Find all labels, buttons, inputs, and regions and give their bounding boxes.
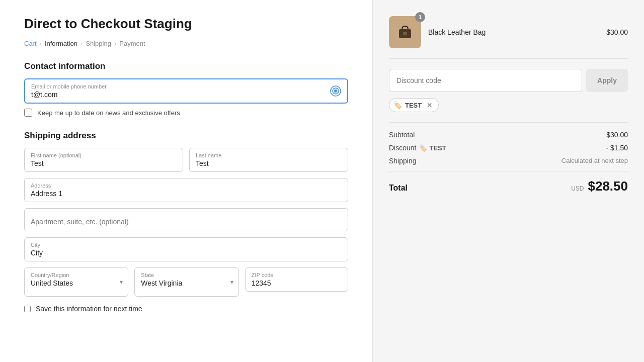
last-name-input[interactable] xyxy=(190,158,348,171)
discount-tag-label: TEST xyxy=(405,102,422,109)
country-label: Country/Region xyxy=(25,268,128,278)
save-info-checkbox[interactable] xyxy=(24,306,31,312)
subtotal-line: Subtotal $30.00 xyxy=(389,131,628,139)
first-name-wrapper: First name (optional) xyxy=(24,148,183,172)
city-wrapper-outer: City xyxy=(24,237,348,261)
city-label: City xyxy=(25,238,348,248)
discount-tag: 🏷️ TEST ✕ xyxy=(389,98,439,112)
state-label: State xyxy=(135,268,238,278)
breadcrumb-payment: Payment xyxy=(119,40,145,47)
save-info-label[interactable]: Save this information for next time xyxy=(36,305,142,313)
product-name: Black Leather Bag xyxy=(428,28,599,36)
breadcrumb-information: Information xyxy=(45,40,77,47)
discount-tag-close[interactable]: ✕ xyxy=(427,102,432,109)
first-name-input[interactable] xyxy=(25,158,183,171)
email-label: Email or mobile phone number xyxy=(25,79,347,89)
discount-tag-row: 🏷️ TEST ✕ xyxy=(389,98,628,112)
contact-section-title: Contact information xyxy=(24,61,348,71)
product-row: 1 Black Leather Bag $30.00 xyxy=(389,16,628,59)
discount-input-wrapper xyxy=(389,69,582,92)
svg-rect-5 xyxy=(403,32,407,35)
breadcrumb-sep-1: › xyxy=(40,40,42,47)
page-title: Direct to Checkout Staging xyxy=(24,16,348,32)
breadcrumb-sep-3: › xyxy=(114,40,116,47)
breadcrumb-cart[interactable]: Cart xyxy=(24,40,37,47)
product-image xyxy=(389,16,421,48)
address-input[interactable] xyxy=(25,189,348,202)
last-name-wrapper: Last name xyxy=(189,148,348,172)
newsletter-checkbox[interactable] xyxy=(24,109,32,117)
email-field-wrapper: Email or mobile phone number xyxy=(24,78,348,104)
subtotal-value: $30.00 xyxy=(606,131,628,139)
zip-label: ZIP code xyxy=(246,268,348,278)
address-label: Address xyxy=(25,178,348,189)
newsletter-row: Keep me up to date on news and exclusive… xyxy=(24,109,348,117)
newsletter-label[interactable]: Keep me up to date on news and exclusive… xyxy=(37,109,180,117)
product-quantity-badge: 1 xyxy=(415,12,425,22)
discount-line: Discount 🏷️ TEST - $1.50 xyxy=(389,144,628,152)
product-image-wrapper: 1 xyxy=(389,16,421,48)
apt-input[interactable] xyxy=(25,213,348,231)
apply-button[interactable]: Apply xyxy=(586,69,628,92)
product-price: $30.00 xyxy=(606,28,628,36)
city-input[interactable] xyxy=(25,248,348,261)
tag-icon: 🏷️ xyxy=(393,101,402,109)
zip-wrapper-outer: ZIP code xyxy=(245,267,348,297)
total-currency: USD xyxy=(571,185,584,192)
shipping-section: Shipping address First name (optional) L… xyxy=(24,131,348,313)
address-wrapper: Address xyxy=(24,178,348,202)
shipping-value: Calculated at next step xyxy=(561,157,628,165)
breadcrumb-shipping: Shipping xyxy=(86,40,111,47)
breadcrumb: Cart › Information › Shipping › Payment xyxy=(24,40,348,47)
total-amount: $28.50 xyxy=(588,178,628,194)
autofill-icon xyxy=(330,85,341,97)
contact-section: Contact information Email or mobile phon… xyxy=(24,61,348,117)
shipping-label: Shipping xyxy=(389,157,417,165)
breadcrumb-sep-2: › xyxy=(80,40,83,47)
country-state-zip-row: Country/Region United States ▾ State Wes… xyxy=(24,267,348,297)
state-select[interactable]: West Virginia xyxy=(135,278,238,291)
zip-input[interactable] xyxy=(246,278,348,291)
total-line: Total USD $28.50 xyxy=(389,171,628,194)
apt-wrapper xyxy=(24,208,348,231)
total-right: USD $28.50 xyxy=(571,178,628,194)
name-row: First name (optional) Last name xyxy=(24,148,348,172)
shipping-section-title: Shipping address xyxy=(24,131,348,141)
first-name-label: First name (optional) xyxy=(25,148,183,158)
save-row: Save this information for next time xyxy=(24,305,348,313)
discount-line-label: Discount 🏷️ TEST xyxy=(389,144,446,152)
summary-divider xyxy=(389,122,628,123)
shipping-line: Shipping Calculated at next step xyxy=(389,157,628,165)
city-wrapper: City xyxy=(24,237,348,261)
left-panel: Direct to Checkout Staging Cart › Inform… xyxy=(0,0,372,362)
apt-label xyxy=(25,209,348,213)
apt-wrapper-outer xyxy=(24,208,348,231)
total-label: Total xyxy=(389,184,408,193)
state-wrapper: State West Virginia ▾ xyxy=(134,267,238,297)
last-name-label: Last name xyxy=(190,148,348,158)
discount-row: Apply xyxy=(389,69,628,92)
country-wrapper: Country/Region United States ▾ xyxy=(24,267,128,297)
country-select[interactable]: United States xyxy=(25,278,128,291)
zip-wrapper: ZIP code xyxy=(245,267,348,292)
discount-amount: - $1.50 xyxy=(606,144,628,152)
subtotal-label: Subtotal xyxy=(389,131,415,139)
discount-input[interactable] xyxy=(389,69,582,92)
right-panel: 1 Black Leather Bag $30.00 Apply 🏷️ TEST… xyxy=(372,0,644,362)
address-wrapper-outer: Address xyxy=(24,178,348,202)
svg-point-2 xyxy=(334,89,337,93)
email-input[interactable] xyxy=(25,89,347,103)
discount-line-tag: 🏷️ TEST xyxy=(419,144,446,152)
